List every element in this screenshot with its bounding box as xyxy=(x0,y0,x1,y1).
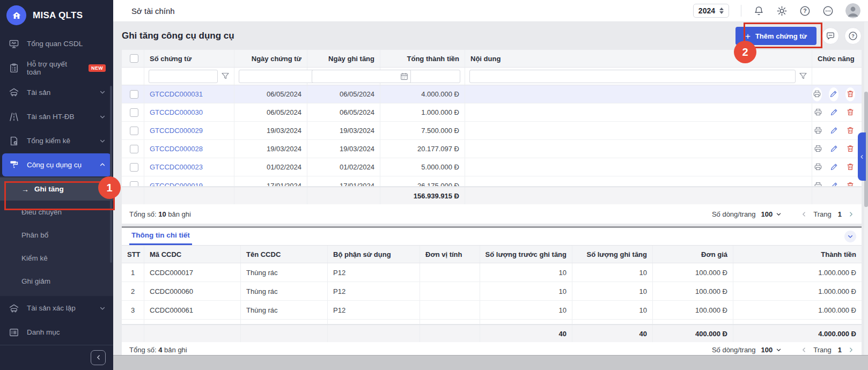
col-header-so-luong-truoc-ghi-tang[interactable]: Số lượng trước ghi tăng xyxy=(480,246,572,263)
per-page-select[interactable]: 100 xyxy=(761,210,782,218)
col-header-tong-thanh-tien[interactable]: Tổng thành tiền xyxy=(380,50,465,67)
sidebar-item-tong-quan-csdl[interactable]: Tổng quan CSDL xyxy=(0,32,113,56)
submenu-item-dieu-chuyen[interactable]: Điều chuyển xyxy=(0,201,113,224)
edit-icon[interactable] xyxy=(830,126,839,135)
prev-page-icon[interactable] xyxy=(801,211,807,217)
vertical-scrollbar[interactable] xyxy=(864,22,868,355)
col-header-noi-dung[interactable]: Nội dung xyxy=(465,50,812,67)
col-header-stt[interactable]: STT xyxy=(122,246,144,263)
print-icon[interactable] xyxy=(814,108,823,117)
prev-page-icon[interactable] xyxy=(801,347,807,353)
detail-row[interactable]: 2 CCDC000060 Thùng rác P12 10 10 100.000… xyxy=(122,282,862,301)
row-checkbox[interactable] xyxy=(130,127,138,135)
help-icon[interactable] xyxy=(799,5,811,17)
edit-icon[interactable] xyxy=(829,90,838,99)
next-page-icon[interactable] xyxy=(848,347,854,353)
row-checkbox[interactable] xyxy=(130,163,138,172)
print-icon[interactable] xyxy=(814,126,823,135)
row-checkbox[interactable] xyxy=(130,108,138,117)
submenu-item-ghi-tang[interactable]: → Ghi tăng xyxy=(0,177,113,201)
feedback-button[interactable] xyxy=(822,27,839,45)
sidebar-item-tong-kiem-ke[interactable]: Tổng kiểm kê xyxy=(0,129,113,153)
detail-row[interactable]: 3 CCDC000061 Thùng rác P12 10 10 100.000… xyxy=(122,301,862,320)
filter-note-input[interactable] xyxy=(469,70,796,83)
col-header-thanh-tien[interactable]: Thành tiền xyxy=(733,246,862,263)
asset-icon xyxy=(9,87,19,98)
calendar-icon[interactable] xyxy=(400,72,408,80)
detail-collapse-button[interactable] xyxy=(844,231,856,242)
detail-row[interactable]: 1 CCDC000017 Thùng rác P12 10 10 100.000… xyxy=(122,263,862,282)
table-row[interactable]: GTCCDC000023 01/02/2024 01/02/2024 5.000… xyxy=(122,158,862,176)
voucher-code-link[interactable]: GTCCDC000028 xyxy=(150,145,203,153)
delete-icon[interactable] xyxy=(846,108,855,117)
sidebar-item-danh-muc[interactable]: Danh mục xyxy=(0,320,113,344)
filter-funnel-icon[interactable] xyxy=(221,72,230,80)
print-icon[interactable] xyxy=(814,144,823,153)
col-header-don-vi-tinh[interactable]: Đơn vị tính xyxy=(420,246,480,263)
page-number[interactable]: 1 xyxy=(838,346,842,354)
more-options-icon[interactable] xyxy=(822,5,834,17)
table-row[interactable]: GTCCDC000028 19/03/2024 19/03/2024 20.17… xyxy=(122,140,862,158)
edit-icon[interactable] xyxy=(830,108,839,117)
help-circle-button[interactable] xyxy=(844,27,862,45)
add-voucher-button[interactable]: + Thêm chứng từ xyxy=(735,27,816,45)
col-header-ngay-chung-tu[interactable]: Ngày chứng từ xyxy=(234,50,307,67)
tab-thong-tin-chi-tiet[interactable]: Thông tin chi tiết xyxy=(129,231,192,245)
edit-icon[interactable] xyxy=(830,181,839,187)
slide-panel-handle[interactable] xyxy=(858,132,866,181)
sidebar-collapse-button[interactable] xyxy=(91,350,106,365)
delete-icon[interactable] xyxy=(846,181,855,187)
voucher-code-link[interactable]: GTCCDC000019 xyxy=(150,182,203,187)
voucher-code-link[interactable]: GTCCDC000029 xyxy=(150,127,203,135)
submenu-item-phan-bo[interactable]: Phân bổ xyxy=(0,224,113,247)
print-icon[interactable] xyxy=(813,90,822,99)
sidebar-item-tai-san[interactable]: Tài sản xyxy=(0,80,113,105)
filter-inc-date-input[interactable] xyxy=(312,70,411,83)
qty-cell: 10 xyxy=(572,282,653,300)
sidebar-item-cong-cu-dung-cu[interactable]: Công cụ dụng cụ xyxy=(2,153,111,176)
col-header-so-chung-tu[interactable]: Số chứng từ xyxy=(144,50,234,67)
voucher-code-link[interactable]: GTCCDC000030 xyxy=(150,108,203,116)
table-row[interactable]: GTCCDC000030 06/05/2024 06/05/2024 1.000… xyxy=(122,103,862,122)
row-checkbox[interactable] xyxy=(130,181,138,187)
delete-icon[interactable] xyxy=(846,90,855,99)
col-header-ten-ccdc[interactable]: Tên CCDC xyxy=(241,246,328,263)
col-header-ngay-ghi-tang[interactable]: Ngày ghi tăng xyxy=(307,50,380,67)
edit-icon[interactable] xyxy=(830,144,839,153)
row-checkbox[interactable] xyxy=(130,145,138,153)
row-checkbox[interactable] xyxy=(130,90,138,99)
print-icon[interactable] xyxy=(814,162,823,172)
notifications-icon[interactable] xyxy=(753,5,764,17)
filter-code-input[interactable] xyxy=(149,70,218,83)
col-header-don-gia[interactable]: Đơn giá xyxy=(653,246,733,263)
delete-icon[interactable] xyxy=(846,144,855,153)
delete-icon[interactable] xyxy=(846,162,855,172)
delete-icon[interactable] xyxy=(846,126,855,135)
submenu-item-kiem-ke[interactable]: Kiểm kê xyxy=(0,247,113,270)
year-selector[interactable]: 2024 xyxy=(693,4,729,18)
per-page-select[interactable]: 100 xyxy=(761,346,782,354)
voucher-code-link[interactable]: GTCCDC000031 xyxy=(150,90,203,98)
user-avatar[interactable] xyxy=(845,3,860,18)
sidebar-item-ho-tro-quyet-toan[interactable]: Hỗ trợ quyết toán NEW xyxy=(0,56,113,80)
col-header-chuc-nang[interactable]: Chức năng xyxy=(812,50,862,67)
next-page-icon[interactable] xyxy=(848,211,854,217)
select-all-checkbox[interactable] xyxy=(130,54,138,63)
sidebar-scrollbar[interactable] xyxy=(110,86,112,263)
submenu-item-ghi-giam[interactable]: Ghi giảm xyxy=(0,270,113,293)
edit-icon[interactable] xyxy=(830,162,839,172)
year-stepper-icon[interactable] xyxy=(719,8,724,14)
table-row[interactable]: GTCCDC000031 06/05/2024 06/05/2024 4.000… xyxy=(122,85,862,103)
sidebar-item-tai-san-ht-db[interactable]: Tài sản HT-ĐB xyxy=(0,105,113,129)
col-header-ma-ccdc[interactable]: Mã CCDC xyxy=(144,246,241,263)
settings-icon[interactable] xyxy=(776,5,788,17)
filter-funnel-icon[interactable] xyxy=(799,72,807,80)
page-number[interactable]: 1 xyxy=(838,210,842,218)
table-row[interactable]: GTCCDC000029 19/03/2024 19/03/2024 7.500… xyxy=(122,122,862,140)
table-row[interactable]: GTCCDC000019 17/01/2024 17/01/2024 26.17… xyxy=(122,176,862,187)
col-header-so-luong-ghi-tang[interactable]: Số lượng ghi tăng xyxy=(572,246,653,263)
col-header-bo-phan-su-dung[interactable]: Bộ phận sử dụng xyxy=(328,246,420,263)
sidebar-item-tai-san-xac-lap[interactable]: Tài sản xác lập xyxy=(0,296,113,320)
voucher-code-link[interactable]: GTCCDC000023 xyxy=(150,163,203,171)
print-icon[interactable] xyxy=(814,181,823,187)
